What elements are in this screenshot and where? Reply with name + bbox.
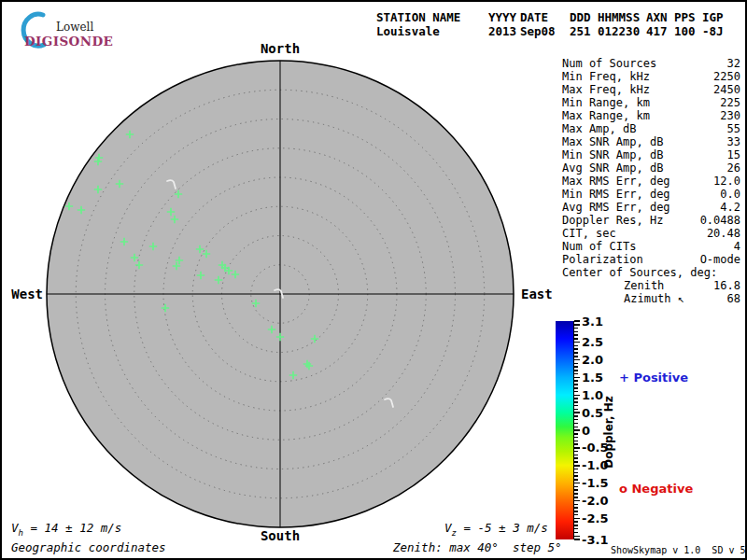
colorbar-major-tick	[574, 429, 580, 431]
vh-value: = 14 ± 12 m/s	[23, 521, 121, 535]
colorbar-minor-tick	[574, 451, 578, 453]
colorbar-minor-tick	[574, 352, 578, 354]
horizontal-velocity-readout: Vh = 14 ± 12 m/s	[11, 521, 121, 538]
param-label: Num of CITs	[562, 240, 636, 253]
colorbar-major-tick	[574, 518, 580, 520]
colorbar-tick-label: 3.1	[582, 315, 613, 329]
header-value: 100	[674, 24, 696, 38]
param-label: Num of Sources	[562, 57, 656, 70]
colorbar-minor-tick	[574, 405, 578, 407]
colorbar-minor-tick	[574, 507, 578, 509]
param-value: 4	[734, 240, 740, 253]
colorbar-major-tick	[574, 324, 580, 326]
param-value: 2450	[713, 83, 740, 96]
showskymap-window: North South West East Lowell DIGISONDE S…	[0, 0, 747, 560]
colorbar-minor-tick	[574, 525, 578, 526]
param-row: PolarizationO-mode	[562, 253, 740, 266]
header-value: Louisvale	[376, 24, 440, 38]
header-column: STATION NAME	[376, 10, 460, 24]
colorbar-minor-tick	[574, 370, 578, 371]
colorbar-minor-tick	[574, 457, 578, 459]
legend-negative: o Negative	[619, 482, 693, 496]
param-value: 16.8	[713, 279, 740, 292]
header-value: 012230	[598, 24, 640, 38]
compass-label-north: North	[252, 41, 308, 56]
colorbar-minor-tick	[574, 504, 578, 506]
compass-label-south: South	[252, 528, 308, 543]
colorbar-tick-label: 1.5	[582, 371, 613, 385]
colorbar-major-tick	[574, 377, 580, 379]
param-row: Avg RMS Err, deg4.2	[562, 201, 740, 214]
colorbar-minor-tick	[574, 423, 578, 425]
colorbar-minor-tick	[574, 528, 578, 530]
param-row: Zenith16.8	[562, 279, 740, 292]
colorbar-minor-tick	[574, 493, 578, 495]
param-value: 12.0	[713, 175, 740, 188]
header-column: AXN	[646, 10, 668, 24]
param-row: Min RMS Err, deg0.0	[562, 188, 740, 201]
colorbar-minor-tick	[574, 461, 578, 463]
param-value: 68	[727, 292, 740, 305]
colorbar-minor-tick	[574, 472, 578, 474]
param-row: Max RMS Err, deg12.0	[562, 175, 740, 188]
colorbar-minor-tick	[574, 455, 578, 456]
param-label: Min Range, km	[562, 96, 650, 109]
param-label: Min Freq, kHz	[562, 70, 650, 83]
colorbar-tick-label: 2.0	[582, 353, 613, 367]
doppler-colorbar	[556, 321, 574, 539]
colorbar-minor-tick	[574, 514, 578, 516]
param-value: 4.2	[720, 201, 740, 214]
colorbar-minor-tick	[574, 380, 578, 382]
param-label: Avg SNR Amp, dB	[562, 161, 663, 175]
param-label: Center of Sources, deg:	[562, 266, 717, 279]
colorbar-minor-tick	[574, 475, 578, 477]
colorbar-major-tick	[574, 447, 580, 449]
header-value: 2013	[488, 24, 516, 38]
param-label: Max Amp, dB	[562, 122, 636, 135]
param-row: Max Freq, kHz2450	[562, 83, 740, 96]
colorbar-minor-tick	[574, 469, 578, 470]
colorbar-major-tick	[574, 483, 580, 484]
header-value: Sep08	[520, 24, 556, 38]
param-label: Max SNR Amp, dB	[562, 135, 663, 148]
measurement-parameters-panel: Num of Sources32Min Freq, kHz2250Max Fre…	[562, 57, 740, 305]
param-label: Max RMS Err, deg	[562, 175, 670, 188]
colorbar-minor-tick	[574, 363, 578, 365]
param-value: 0.0	[720, 188, 740, 201]
colorbar-minor-tick	[574, 398, 578, 399]
colorbar-minor-tick	[574, 401, 578, 403]
param-row: Min SNR Amp, dB15	[562, 148, 740, 161]
colorbar-minor-tick	[574, 415, 578, 417]
param-row: Num of Sources32	[562, 57, 740, 70]
colorbar-minor-tick	[574, 387, 578, 389]
param-value: 55	[727, 122, 740, 135]
colorbar-axis-label: Doppler, Hz	[602, 396, 615, 469]
header-column: IGP	[702, 10, 724, 24]
colorbar-minor-tick	[574, 521, 578, 523]
lowell-digisonde-logo: Lowell DIGISONDE	[9, 9, 149, 50]
param-row: Doppler Res, Hz0.0488	[562, 214, 740, 227]
header-column: YYYY	[488, 10, 516, 24]
colorbar-minor-tick	[574, 427, 578, 428]
software-version-label: ShowSkymap v 1.0 SD v 5.1	[611, 545, 747, 555]
header-value: 251	[570, 24, 591, 38]
vz-symbol: V	[444, 521, 452, 535]
param-label: Max Range, km	[562, 109, 650, 122]
header-column: HHMMSS	[598, 10, 640, 24]
colorbar-minor-tick	[574, 489, 578, 491]
colorbar-major-tick	[574, 500, 580, 502]
param-label: Azimuth ↖	[624, 292, 684, 305]
colorbar-tick-label: -3.1	[582, 533, 613, 547]
param-row: Min Freq, kHz2250	[562, 70, 740, 83]
param-row: Max Range, km230	[562, 109, 740, 122]
colorbar-major-tick	[574, 539, 580, 540]
vertical-velocity-readout: Vz = -5 ± 3 m/s	[444, 521, 548, 538]
vh-symbol: V	[11, 521, 19, 535]
colorbar-minor-tick	[574, 532, 578, 534]
colorbar-tick-label: -1.5	[582, 476, 613, 490]
param-value: 20.48	[707, 227, 740, 240]
coordinates-mode-label: Geographic coordinates	[11, 540, 166, 554]
param-row: Num of CITs4	[562, 240, 740, 253]
zenith-grid-note: Zenith: max 40° step 5°	[393, 540, 562, 554]
param-row: Azimuth ↖68	[562, 292, 740, 305]
